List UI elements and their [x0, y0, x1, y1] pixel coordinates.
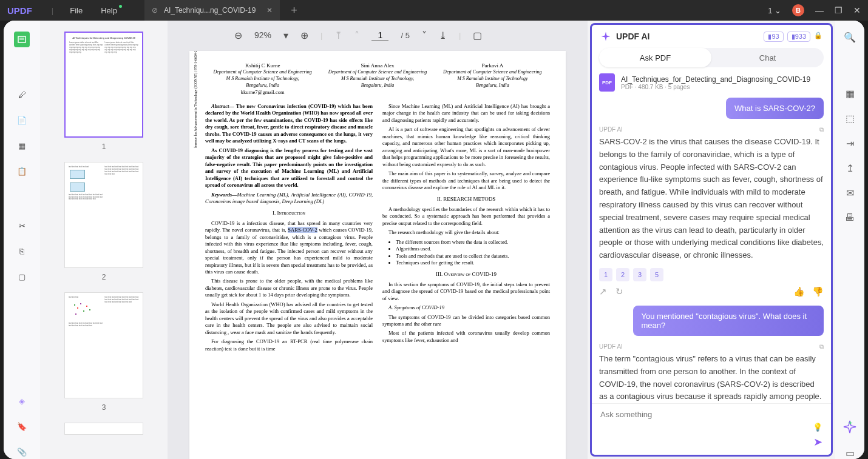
page-tool-icon[interactable]: ▦ [15, 138, 29, 153]
tool-icon-4[interactable]: 📋 [15, 164, 29, 178]
next-page-icon[interactable]: ˅ [422, 30, 427, 41]
tab-chat[interactable]: Chat [711, 48, 824, 67]
edit-tool-icon[interactable]: 📄 [15, 113, 29, 127]
email-icon[interactable]: ✉ [846, 187, 854, 199]
reference-chips: 1 2 3 5 [599, 268, 824, 281]
thumbnail-2[interactable]: text text text text text texttext text t… [58, 162, 149, 281]
lightbulb-icon[interactable]: 💡 [813, 423, 822, 432]
ai-response-2: The term "contagious virus" refers to a … [599, 353, 824, 403]
prev-page-icon[interactable]: ˄ [354, 30, 359, 41]
updf-ai-logo-icon [600, 31, 611, 42]
copy-icon[interactable]: ⧉ [819, 343, 824, 350]
ai-panel: UPDF AI ▮93 ▮933 🔒 Ask PDF Chat PDF AI_T… [590, 23, 833, 457]
ai-star-icon[interactable] [843, 420, 857, 434]
vertical-citation: ference for Advancement in Technology (I… [193, 51, 198, 148]
left-toolbar: 🖊 📄 ▦ 📋 ✂ ⎘ ▢ ◈ 🔖 📎 [4, 21, 40, 459]
thumbnail-panel: AI Techniques for Detecting and Diagnosi… [40, 21, 168, 459]
search-icon[interactable]: 🔍 [844, 32, 856, 43]
last-page-icon[interactable]: ⤓ [439, 30, 447, 41]
titlebar: UPDF | File Help ⊘ AI_Techniqu...ng_COVI… [0, 0, 868, 21]
print-icon[interactable]: 🖶 [845, 212, 855, 223]
regenerate-icon[interactable]: ↻ [615, 286, 623, 297]
ref-1[interactable]: 1 [599, 268, 612, 281]
tab-doc-icon: ⊘ [152, 6, 158, 15]
ocr-icon[interactable]: ⬚ [846, 113, 855, 124]
doc-toolbar: ⊖ 92% ▾ ⊕ | ⤒ ˄ / 5 ˅ ⤓ | ▢ [168, 21, 588, 50]
ai-input[interactable] [600, 410, 822, 419]
copy-icon[interactable]: ⧉ [819, 126, 824, 133]
svg-point-7 [86, 306, 87, 307]
user-message-2: You mentioned "contagious virus". What d… [633, 306, 824, 336]
layers-icon[interactable]: ◈ [15, 394, 29, 408]
svg-point-6 [83, 310, 84, 312]
tab-close-icon[interactable]: ✕ [266, 6, 273, 15]
app-logo: UPDF [7, 5, 32, 16]
thumbnail-1[interactable]: AI Techniques for Detecting and Diagnosi… [58, 32, 149, 151]
attachment-icon[interactable]: 📎 [15, 444, 29, 459]
close-window-button[interactable]: ✕ [853, 5, 861, 15]
counter[interactable]: 1 ⌄ [768, 6, 781, 15]
ai-panel-title: UPDF AI [616, 32, 649, 41]
svg-point-3 [74, 304, 75, 306]
document-area: ⊖ 92% ▾ ⊕ | ⤒ ˄ / 5 ˅ ⤓ | ▢ ference for … [168, 21, 588, 459]
bookmark-icon[interactable]: 🔖 [15, 419, 29, 434]
lock-icon[interactable]: 🔒 [814, 32, 822, 42]
presentation-icon[interactable]: ▢ [473, 30, 482, 41]
svg-point-4 [77, 307, 78, 309]
pdf-file-icon: PDF [599, 73, 615, 92]
compress-icon[interactable]: ⇥ [846, 138, 854, 149]
svg-point-9 [89, 309, 90, 310]
menu-file[interactable]: File [70, 6, 83, 15]
new-tab-button[interactable]: + [291, 4, 297, 17]
zoom-in-icon[interactable]: ⊕ [300, 30, 308, 41]
redact-tool-icon[interactable]: ▢ [15, 269, 29, 284]
ref-3[interactable]: 3 [633, 268, 646, 281]
share-icon-right[interactable]: ↥ [846, 162, 854, 174]
menu-help[interactable]: Help [101, 6, 117, 15]
crop-tool-icon[interactable]: ✂ [15, 218, 29, 233]
first-page-icon[interactable]: ⤒ [334, 30, 342, 41]
maximize-button[interactable]: ❐ [835, 5, 843, 15]
chat-scroll[interactable]: What is SARS-COV-2? UPDF AI⧉ SARS-COV-2 … [592, 98, 831, 403]
zoom-dropdown-icon[interactable]: ▾ [283, 30, 288, 41]
document-tab[interactable]: ⊘ AI_Techniqu...ng_COVID-19 ✕ [144, 0, 280, 21]
ai-tabs: Ask PDF Chat [599, 48, 824, 67]
comment-tool-icon[interactable]: 🖊 [15, 87, 29, 102]
form-tool-icon[interactable]: ⎘ [15, 244, 29, 258]
ref-4[interactable]: 5 [650, 268, 663, 281]
export-icon[interactable]: ▦ [846, 88, 855, 99]
zoom-level[interactable]: 92% [254, 30, 271, 40]
svg-point-5 [80, 303, 81, 304]
zoom-out-icon[interactable]: ⊖ [234, 30, 242, 41]
reader-mode-icon[interactable] [14, 32, 30, 47]
thumbnail-4[interactable] [58, 423, 149, 435]
share-icon[interactable]: ↗ [599, 286, 607, 297]
highlighted-term: SARS-COV-2 [288, 227, 317, 233]
user-message: What is SARS-COV-2? [726, 98, 824, 119]
doc-chip[interactable]: PDF AI_Techniques_for_Detecting_and_Diag… [599, 73, 824, 92]
minimize-button[interactable]: — [815, 5, 824, 15]
credit-badge-1[interactable]: ▮93 [764, 32, 783, 42]
svg-point-8 [75, 313, 76, 315]
ref-2[interactable]: 2 [616, 268, 629, 281]
pdf-page[interactable]: ference for Advancement in Technology (I… [189, 51, 566, 459]
thumbnail-3[interactable]: text text texttext text text text text t… [58, 292, 149, 412]
ai-response: SARS-COV-2 is the virus that causes the … [599, 136, 824, 262]
right-toolbar: 🔍 ▦ ⬚ ⇥ ↥ ✉ 🖶 ▭ [835, 21, 864, 459]
user-avatar[interactable]: B [792, 4, 804, 16]
credit-badge-2[interactable]: ▮933 [787, 32, 810, 42]
slideshow-icon[interactable]: ▭ [846, 447, 855, 459]
ai-source-label: UPDF AI [599, 126, 623, 133]
thumbs-up-icon[interactable]: 👍 [793, 286, 805, 297]
tab-ask-pdf[interactable]: Ask PDF [599, 48, 711, 67]
thumbs-down-icon[interactable]: 👎 [812, 286, 824, 297]
send-button[interactable]: ➤ [813, 435, 822, 449]
tab-title: AI_Techniqu...ng_COVID-19 [164, 6, 256, 15]
page-number-input[interactable] [371, 30, 388, 41]
